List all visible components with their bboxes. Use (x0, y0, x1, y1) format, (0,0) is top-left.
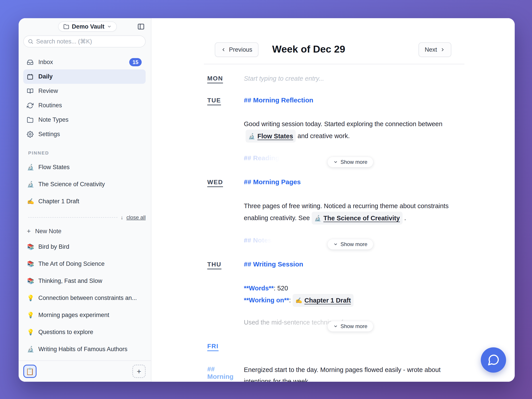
pinned-item-science-of-creativity[interactable]: 🔬 The Science of Creativity (23, 176, 146, 193)
lightbulb-icon: 💡 (27, 295, 34, 301)
books-icon: 📚 (27, 278, 34, 284)
chevron-down-icon (333, 160, 338, 164)
sidebar-footer: 📋 + (19, 361, 151, 382)
down-arrow-icon: ↓ (120, 214, 123, 221)
chat-bubble-icon (487, 354, 500, 367)
plus-icon: + (27, 228, 31, 235)
entry-heading-tue[interactable]: ## Morning Reflection (244, 96, 313, 104)
show-more-button-wed[interactable]: Show more (327, 239, 373, 250)
refresh-icon (27, 102, 33, 109)
note-item-writing-habits[interactable]: 🔬 Writing Habits of Famous Authors (23, 341, 146, 358)
sidebar-item-routines[interactable]: Routines (23, 98, 146, 113)
collapsed-section-tue: ## Reading Show more (207, 152, 515, 170)
workspace-button[interactable]: 📋 (23, 365, 37, 378)
chevron-down-icon (333, 242, 338, 247)
note-link-chapter-1-draft[interactable]: ✍️Chapter 1 Draft (293, 294, 354, 307)
note-item-connection-constraints[interactable]: 💡 Connection between constraints an... (23, 290, 146, 307)
plus-icon: + (137, 367, 141, 376)
microscope-icon: 🔬 (248, 130, 255, 142)
next-week-button[interactable]: Next (418, 42, 451, 57)
lightbulb-icon: 💡 (27, 312, 34, 318)
note-title: The Science of Creativity (38, 181, 105, 188)
note-title: Morning pages experiment (38, 312, 109, 318)
calendar-icon (27, 73, 33, 80)
sidebar-panel-icon (137, 23, 145, 30)
chevron-down-icon (107, 24, 112, 29)
note-item-morning-pages-experiment[interactable]: 💡 Morning pages experiment (23, 307, 146, 324)
gear-icon (27, 131, 33, 138)
working-on-line: **Working on**:✍️Chapter 1 Draft (244, 294, 454, 307)
writing-hand-icon: ✍️ (295, 295, 302, 306)
note-title: Thinking, Fast and Slow (38, 278, 102, 284)
sidebar-item-label: Note Types (38, 116, 69, 123)
pinned-section-header: PINNED (28, 150, 49, 156)
show-more-button-thu[interactable]: Show more (327, 321, 373, 332)
next-label: Next (425, 46, 437, 53)
new-note-button[interactable]: + New Note (23, 226, 146, 237)
entry-body-thu[interactable]: **Words**: 520 **Working on**:✍️Chapter … (244, 282, 454, 307)
desktop-background: Demo Vault (0, 0, 532, 399)
microscope-icon: 🔬 (27, 164, 34, 171)
note-item-questions-to-explore[interactable]: 💡 Questions to explore (23, 324, 146, 341)
day-row-fri: FRI ## Morning (207, 342, 515, 350)
chat-fab-button[interactable] (481, 347, 506, 373)
day-label-fri: FRI (207, 342, 244, 350)
sidebar: Demo Vault (19, 18, 151, 382)
entry-heading-fri[interactable]: ## Morning (207, 365, 213, 371)
inbox-icon (27, 59, 33, 66)
folder-icon (63, 24, 69, 30)
sidebar-item-label: Inbox (38, 59, 53, 66)
entry-heading-thu[interactable]: ## Writing Session (244, 260, 303, 268)
add-workspace-button[interactable]: + (132, 365, 146, 378)
sidebar-item-label: Review (38, 88, 58, 95)
lightbulb-icon: 💡 (27, 329, 34, 336)
pinned-item-chapter-1-draft[interactable]: ✍️ Chapter 1 Draft (23, 193, 146, 210)
sidebar-item-label: Settings (38, 131, 60, 138)
sidebar-nav: Inbox 15 Daily Review (23, 55, 146, 141)
note-title: Writing Habits of Famous Authors (38, 346, 127, 353)
sidebar-item-review[interactable]: Review (23, 84, 146, 98)
toggle-sidebar-button[interactable] (137, 23, 145, 31)
entry-body-tue[interactable]: Good writing session today. Started expl… (244, 118, 454, 143)
dashed-divider (28, 217, 117, 218)
writing-hand-icon: ✍️ (27, 198, 34, 205)
note-link-science-of-creativity[interactable]: 🔬The Science of Creativity (312, 212, 403, 225)
books-icon: 📚 (27, 243, 34, 250)
folder-icon (27, 117, 33, 123)
entry-placeholder[interactable]: Start typing to create entry... (244, 75, 324, 82)
sidebar-item-daily[interactable]: Daily (23, 69, 146, 84)
note-item-art-of-doing-science[interactable]: 📚 The Art of Doing Science (23, 255, 146, 272)
close-all-link[interactable]: close all (126, 214, 146, 221)
chevron-down-icon (333, 324, 338, 329)
collapsed-section-thu: Used the mid-sentence technique from Sho… (207, 317, 515, 334)
entry-body-fri[interactable]: Energized start to the day. Morning page… (244, 364, 454, 382)
notes-list: 📚 Bird by Bird 📚 The Art of Doing Scienc… (23, 238, 146, 358)
pinned-item-flow-states[interactable]: 🔬 Flow States (23, 159, 146, 176)
entry-heading-wed[interactable]: ## Morning Pages (244, 178, 301, 186)
show-more-button-tue[interactable]: Show more (327, 157, 373, 167)
vault-switcher[interactable]: Demo Vault (58, 21, 117, 32)
search-bar[interactable] (23, 35, 146, 47)
search-input[interactable] (36, 38, 143, 45)
app-window: Demo Vault (19, 18, 515, 382)
day-row-mon: MON Start typing to create entry... (207, 75, 515, 82)
microscope-icon: 🔬 (27, 181, 34, 188)
sidebar-item-inbox[interactable]: Inbox 15 (23, 55, 146, 69)
clipboard-icon: 📋 (26, 367, 34, 375)
note-item-thinking-fast-and-slow[interactable]: 📚 Thinking, Fast and Slow (23, 272, 146, 290)
note-title: Questions to explore (38, 329, 93, 336)
vault-name: Demo Vault (72, 23, 104, 30)
sidebar-item-settings[interactable]: Settings (23, 127, 146, 141)
sidebar-item-note-types[interactable]: Note Types (23, 113, 146, 127)
note-title: Bird by Bird (38, 243, 69, 250)
books-icon: 📚 (27, 260, 34, 267)
note-title: The Art of Doing Science (38, 260, 105, 267)
chevron-right-icon (440, 47, 445, 52)
note-item-bird-by-bird[interactable]: 📚 Bird by Bird (23, 238, 146, 255)
microscope-icon: 🔬 (314, 212, 321, 224)
faded-heading-notes: ## Notes (244, 234, 272, 246)
day-row-thu: THU ## Writing Session (207, 260, 515, 268)
entry-body-wed[interactable]: Three pages of free writing. Noticed a r… (244, 200, 454, 225)
show-more-label: Show more (341, 241, 367, 247)
note-link-flow-states[interactable]: 🔬Flow States (246, 130, 296, 143)
